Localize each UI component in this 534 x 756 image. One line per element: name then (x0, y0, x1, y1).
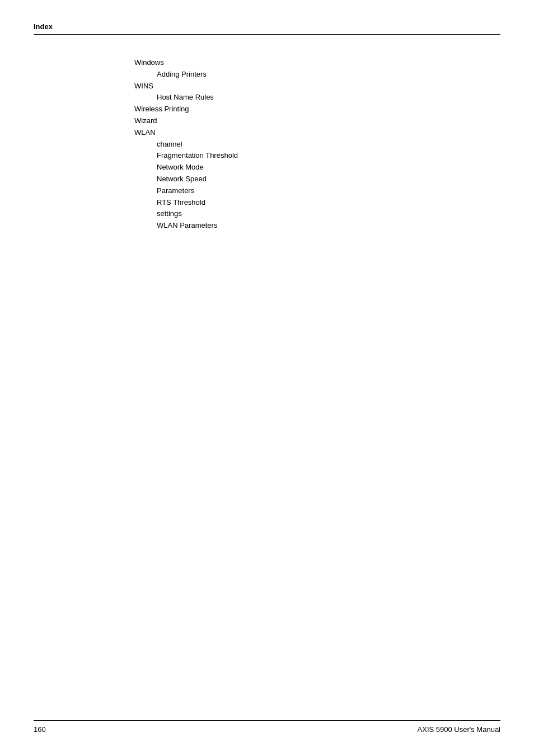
index-entry: Adding Printers (157, 69, 500, 81)
index-entry: settings (157, 208, 500, 220)
footer-manual-title: AXIS 5900 User's Manual (418, 725, 500, 734)
index-entry: RTS Threshold (157, 197, 500, 209)
header-title: Index (34, 22, 53, 31)
index-entry: WINS (134, 81, 500, 92)
index-entry: channel (157, 139, 500, 151)
index-entry: WLAN (134, 127, 500, 139)
index-entry: Fragmentation Threshold (157, 150, 500, 162)
page: Index WindowsAdding PrintersWINSHost Nam… (0, 0, 534, 756)
index-entry: Host Name Rules (157, 92, 500, 104)
index-entry: Windows (134, 57, 500, 69)
index-entry: WLAN Parameters (157, 220, 500, 232)
page-header: Index (34, 22, 500, 35)
index-entry: Network Speed (157, 173, 500, 185)
index-entry: Network Mode (157, 162, 500, 173)
index-entry: Parameters (157, 185, 500, 197)
page-footer: 160 AXIS 5900 User's Manual (34, 720, 500, 734)
index-content: WindowsAdding PrintersWINSHost Name Rule… (34, 46, 500, 232)
footer-page-number: 160 (34, 725, 46, 734)
index-entry: Wizard (134, 115, 500, 127)
index-entry: Wireless Printing (134, 104, 500, 115)
